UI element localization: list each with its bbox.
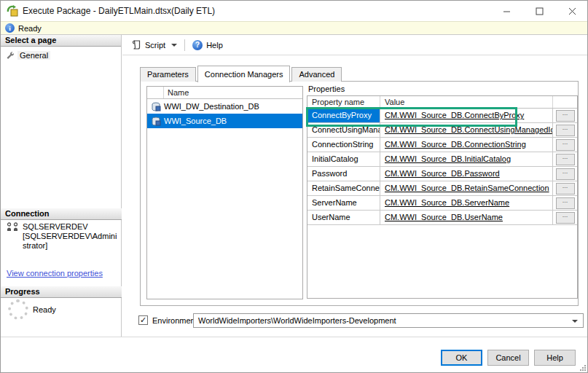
property-name-cell[interactable]: Password [307,167,380,181]
property-row: PasswordCM.WWI_Source_DB.Password... [307,167,577,181]
progress-status: Ready [33,305,56,314]
minimize-button[interactable] [490,1,523,21]
connection-info: SQLSERVERDEV [SQLSERVERDEV\Administrator… [7,222,117,251]
environment-dropdown[interactable]: WorldWideImporters\WorldWideImporters-De… [193,313,584,328]
ellipsis-button[interactable]: ... [556,110,575,122]
property-value-cell[interactable]: CM.WWI_Source_DB.Password [380,167,553,181]
property-value-link[interactable]: CM.WWI_Source_DB.Password [385,169,500,178]
cancel-button[interactable]: Cancel [487,350,529,366]
tab-advanced[interactable]: Advanced [291,67,342,82]
content-area: Script ? Help ParametersConnection Manag… [122,35,588,337]
ellipsis-button[interactable]: ... [556,197,575,209]
spinner-icon [8,299,28,320]
grid-rows: ConnectByProxyCM.WWI_Source_DB.ConnectBy… [307,109,577,225]
property-value-link[interactable]: CM.WWI_Source_DB.ConnectByProxy [385,111,524,119]
environment-checkbox[interactable]: ✓ [138,315,148,325]
property-value-cell[interactable]: CM.WWI_Source_DB.UserName [380,211,553,224]
script-dropdown-arrow[interactable] [171,44,177,47]
footer: OKCancelHelp [1,337,588,373]
connection-manager-name: WWI_Source_DB [164,117,227,125]
tab-parameters[interactable]: Parameters [140,67,196,82]
help-button[interactable]: ? Help [192,40,223,50]
property-value-cell[interactable]: CM.WWI_Source_DB.ConnectByProxy [380,109,553,122]
resize-grip[interactable] [579,364,587,372]
window-title: Execute Package - DailyETLMain.dtsx(Dail… [23,6,215,16]
property-value-link[interactable]: CM.WWI_Source_DB.InitialCatalog [385,154,511,163]
property-name-cell[interactable]: RetainSameConnection [307,181,380,195]
name-column-header: Name [164,88,189,97]
ellipsis-cell: ... [553,211,577,224]
properties-grid: Property name Value ConnectByProxyCM.WWI… [307,95,578,299]
property-value-cell[interactable]: CM.WWI_Source_DB.ConnectUsingManagedIden… [380,123,553,137]
help-icon: ? [192,40,203,50]
property-row: InitialCatalogCM.WWI_Source_DB.InitialCa… [307,152,577,167]
property-row: ServerNameCM.WWI_Source_DB.ServerName... [307,196,577,211]
tab-connection-managers[interactable]: Connection Managers [197,66,291,82]
view-connection-properties-link[interactable]: View connection properties [7,269,103,278]
properties-label: Properties [308,85,345,93]
ellipsis-cell: ... [553,138,577,152]
property-value-cell[interactable]: CM.WWI_Source_DB.ConnectionString [380,138,553,152]
property-row: ConnectByProxyCM.WWI_Source_DB.ConnectBy… [307,109,577,123]
property-row: ConnectUsingManag...CM.WWI_Source_DB.Con… [307,123,577,138]
ellipsis-cell: ... [553,152,577,166]
property-value-link[interactable]: CM.WWI_Source_DB.ConnectUsingManagedIden… [385,125,553,134]
property-name-cell[interactable]: ConnectByProxy [307,109,380,122]
ellipsis-button[interactable]: ... [556,183,575,195]
property-value-cell[interactable]: CM.WWI_Source_DB.InitialCatalog [380,152,553,166]
chevron-down-icon [572,320,578,323]
close-button[interactable] [556,1,588,21]
property-name-cell[interactable]: ConnectionString [307,138,380,152]
ok-button[interactable]: OK [441,350,482,366]
connection-manager-row[interactable]: WWI_Source_DB [147,114,302,128]
info-icon: i [5,23,15,33]
property-value-cell[interactable]: CM.WWI_Source_DB.RetainSameConnection [380,181,553,195]
wrench-icon [5,50,15,60]
sidebar-item-general[interactable]: General [5,50,50,60]
status-text: Ready [18,24,42,33]
sidebar: Select a page General Connection SQLSERV [1,35,122,337]
progress-header: Progress [1,286,122,298]
ellipsis-button[interactable]: ... [556,168,575,180]
select-a-page-header: Select a page [1,35,121,47]
grid-header: Property name Value [307,96,577,109]
list-header: Name [147,87,302,99]
help-button[interactable]: Help [534,350,576,366]
status-bar: i Ready [1,21,588,35]
ellipsis-button[interactable]: ... [556,139,575,151]
script-icon [132,40,141,50]
execute-package-dialog: Execute Package - DailyETLMain.dtsx(Dail… [0,0,588,373]
package-icon [7,5,18,17]
property-value-link[interactable]: CM.WWI_Source_DB.UserName [385,213,503,221]
property-value-link[interactable]: CM.WWI_Source_DB.RetainSameConnection [385,184,549,192]
property-name-cell[interactable]: ServerName [307,196,380,210]
database-icon [147,117,164,126]
connection-manager-row[interactable]: WWI_DW_Destination_DB [147,99,302,114]
connection-server-text: SQLSERVERDEV [SQLSERVERDEV\Administrator… [23,222,117,251]
ellipsis-cell: ... [553,181,577,195]
property-name-cell[interactable]: InitialCatalog [307,152,380,166]
property-name-cell[interactable]: UserName [307,211,380,224]
database-icon [147,102,164,111]
property-value-link[interactable]: CM.WWI_Source_DB.ServerName [385,198,509,207]
buttons-column-header [553,96,577,108]
ellipsis-cell: ... [553,109,577,122]
ellipsis-cell: ... [553,123,577,137]
connection-manager-name: WWI_DW_Destination_DB [164,102,259,111]
ellipsis-cell: ... [553,167,577,181]
list-icon-column [147,87,164,98]
environment-row: ✓ Environment: WorldWideImporters\WorldW… [122,313,588,328]
ellipsis-button[interactable]: ... [556,154,575,165]
property-row: UserNameCM.WWI_Source_DB.UserName... [307,211,577,225]
property-value-link[interactable]: CM.WWI_Source_DB.ConnectionString [385,140,526,149]
ellipsis-button[interactable]: ... [556,212,575,224]
ellipsis-button[interactable]: ... [556,125,575,136]
connection-managers-list: Name WWI_DW_Destination_DB WWI_Source_DB [146,86,303,299]
property-value-cell[interactable]: CM.WWI_Source_DB.ServerName [380,196,553,210]
plug-icon [7,222,19,251]
title-bar: Execute Package - DailyETLMain.dtsx(Dail… [1,1,588,21]
maximize-button[interactable] [523,1,556,21]
script-button[interactable]: Script [132,40,177,50]
toolbar-separator [184,39,185,51]
property-name-cell[interactable]: ConnectUsingManag... [307,123,380,137]
